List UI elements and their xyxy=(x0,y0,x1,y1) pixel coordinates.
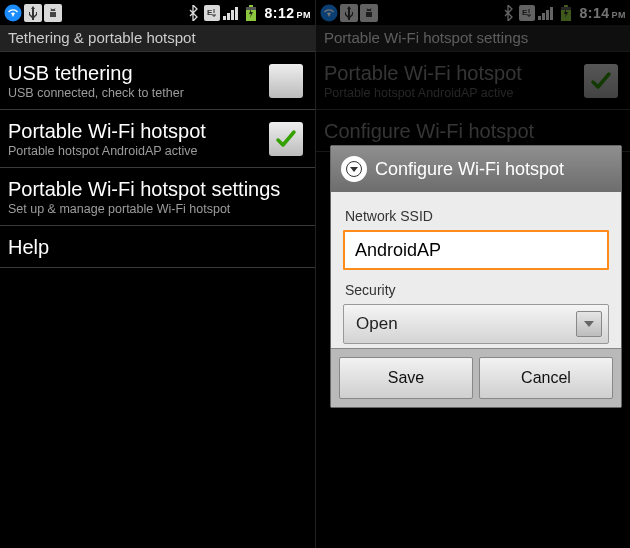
svg-rect-8 xyxy=(249,5,253,7)
dropdown-circle-icon xyxy=(341,156,367,182)
svg-rect-6 xyxy=(231,10,234,20)
edge-icon: E xyxy=(204,5,220,21)
pref-title: Portable Wi-Fi hotspot settings xyxy=(8,178,280,200)
status-bar: E 8:12PM xyxy=(0,0,315,25)
android-icon xyxy=(44,4,62,22)
checkbox-unchecked[interactable] xyxy=(269,64,303,98)
chevron-down-icon xyxy=(576,311,602,337)
pref-hotspot-settings[interactable]: Portable Wi-Fi hotspot settings Set up &… xyxy=(0,168,315,226)
wifi-icon xyxy=(4,4,22,22)
security-select[interactable]: Open xyxy=(343,304,609,344)
security-value: Open xyxy=(356,314,398,334)
dialog-buttons: Save Cancel xyxy=(331,348,621,407)
save-button[interactable]: Save xyxy=(339,357,473,399)
pref-title: USB tethering xyxy=(8,62,184,84)
signal-icon xyxy=(222,4,240,22)
phone-right: E 8:14PM Portable Wi-Fi hotspot settings… xyxy=(315,0,630,548)
phone-left: E 8:12PM Tethering & portable hotspot US… xyxy=(0,0,315,548)
clock: 8:12PM xyxy=(264,5,311,21)
svg-rect-7 xyxy=(235,7,238,20)
ssid-input[interactable] xyxy=(343,230,609,270)
checkbox-checked[interactable] xyxy=(269,122,303,156)
ssid-label: Network SSID xyxy=(345,208,609,224)
svg-line-2 xyxy=(54,8,55,10)
svg-rect-5 xyxy=(227,13,230,20)
svg-text:E: E xyxy=(207,8,213,17)
pref-subtitle: USB connected, check to tether xyxy=(8,86,184,100)
cancel-button[interactable]: Cancel xyxy=(479,357,613,399)
pref-help[interactable]: Help xyxy=(0,226,315,268)
page-title: Tethering & portable hotspot xyxy=(0,25,315,52)
battery-icon xyxy=(242,4,260,22)
pref-subtitle: Portable hotspot AndroidAP active xyxy=(8,144,206,158)
svg-line-1 xyxy=(51,8,52,10)
dialog-header: Configure Wi-Fi hotspot xyxy=(331,146,621,192)
pref-portable-hotspot[interactable]: Portable Wi-Fi hotspot Portable hotspot … xyxy=(0,110,315,168)
security-label: Security xyxy=(345,282,609,298)
pref-usb-tethering[interactable]: USB tethering USB connected, check to te… xyxy=(0,52,315,110)
pref-title: Help xyxy=(8,236,49,258)
pref-subtitle: Set up & manage portable Wi-Fi hotspot xyxy=(8,202,280,216)
bluetooth-icon xyxy=(184,4,202,22)
usb-icon xyxy=(24,4,42,22)
pref-title: Portable Wi-Fi hotspot xyxy=(8,120,206,142)
dialog-title: Configure Wi-Fi hotspot xyxy=(375,159,564,180)
configure-hotspot-dialog: Configure Wi-Fi hotspot Network SSID Sec… xyxy=(330,145,622,408)
svg-rect-4 xyxy=(223,16,226,20)
